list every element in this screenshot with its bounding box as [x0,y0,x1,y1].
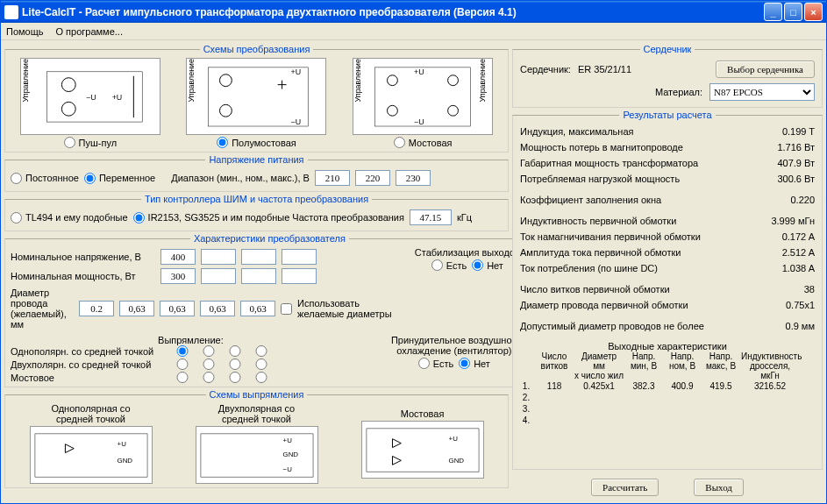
controller-group: Тип контроллера ШИМ и частота преобразов… [4,194,509,231]
svg-point-3 [61,102,75,116]
dc-radio-label[interactable]: Постоянное [11,173,79,184]
stab-no-radio[interactable] [472,259,483,271]
pushpull-radio[interactable] [64,137,75,148]
exit-button[interactable]: Выход [694,479,744,496]
nomv-label: Номинальное напряжение, В [11,252,155,262]
menu-help[interactable]: Помощь [6,26,44,37]
result-value: 0.9 мм [786,321,815,331]
result-label: Ток намагничивания первичной обмотки [520,231,701,242]
out-row: 4. [518,415,816,426]
stab-yes-radio[interactable] [431,259,443,271]
nomp-1[interactable] [160,268,196,284]
core-label: Сердечник: [520,64,571,75]
pushpull-radio-label[interactable]: Пуш-пул [64,137,118,148]
rect-br-1[interactable] [170,372,195,383]
dc-radio[interactable] [11,173,22,184]
diam-3[interactable] [160,301,195,316]
calculate-button[interactable]: Рассчитать [591,479,659,496]
ir2153-radio-label[interactable]: IR2153, SG3525 и им подобные Частота пре… [133,212,404,224]
rect-bi-4[interactable] [249,358,274,370]
result-row: Коэффициент заполнения окна0.220 [518,192,816,208]
halfbridge-radio[interactable] [217,137,228,148]
usediam-checkbox[interactable] [281,303,292,315]
nomv-2[interactable] [201,249,236,265]
svg-text:Управление: Управление [353,59,362,102]
fullbridge-radio[interactable] [394,137,405,148]
nomv-1[interactable] [160,249,196,265]
menu-about[interactable]: О программе... [56,26,123,37]
svg-text:+U: +U [111,93,122,102]
minimize-button[interactable]: _ [764,3,782,21]
vnom-input[interactable] [355,170,390,186]
svg-point-18 [388,75,398,86]
core-group: Сердечник Сердечник: ER 35/21/11 Выбор с… [512,44,823,108]
svg-rect-32 [366,429,478,472]
material-select[interactable]: N87 EPCOS [709,83,815,101]
result-row: Габаритная мощность трансформатора407.9 … [518,155,816,171]
rect-uni-2[interactable] [196,345,221,357]
result-row: Амплитуда тока первичной обмотки2.512 A [518,245,816,260]
rect-uni-4[interactable] [249,345,274,357]
rect-br-4[interactable] [249,372,274,383]
core-value: ER 35/21/11 [578,64,709,75]
result-label: Потребляемая нагрузкой мощность [520,174,680,184]
rect-bi-3[interactable] [223,358,247,370]
result-value: 38 [804,284,815,295]
maximize-button[interactable]: □ [784,3,802,21]
fullbridge-radio-label[interactable]: Мостовая [394,137,453,148]
pushpull-schematic: Управление−U+U [20,58,160,135]
diam-1[interactable] [79,301,114,316]
halfbridge-radio-label[interactable]: Полумостовая [217,137,296,148]
cool-no-radio[interactable] [459,358,470,369]
diam-5[interactable] [240,301,275,316]
controller-legend: Тип контроллера ШИМ и частота преобразов… [141,194,372,204]
rect-bi-2[interactable] [196,358,221,370]
cool-yes-radio[interactable] [418,358,430,369]
close-button[interactable]: × [804,3,823,21]
rect-label: Выпрямление: [11,335,371,345]
ac-radio-label[interactable]: Переменное [84,173,155,184]
nomv-4[interactable] [282,249,317,265]
rect-br-2[interactable] [196,372,221,383]
nomp-2[interactable] [201,268,236,284]
result-label: Число витков первичной обмотки [520,284,670,295]
nomv-3[interactable] [241,249,276,265]
tl494-radio-label[interactable]: TL494 и ему подобные [11,212,128,224]
nomp-label: Номинальная мощность, Вт [11,271,155,281]
rect-br-3[interactable] [223,372,247,383]
rect-uni-3[interactable] [223,345,247,357]
ac-radio[interactable] [84,173,96,184]
rect-uni-1[interactable] [170,345,195,357]
vmin-input[interactable] [315,170,350,186]
result-value: 0.75x1 [786,300,815,310]
core-select-button[interactable]: Выбор сердечника [716,60,815,78]
rect-bi-1[interactable] [170,358,195,370]
result-label: Допустимый диаметр проводов не более [520,321,704,331]
rect-bridge-schematic: +UGND [361,421,484,479]
result-value: 3.999 мГн [771,216,815,226]
result-value: 0.199 T [782,126,815,137]
svg-marker-35 [392,439,401,448]
nomp-3[interactable] [241,268,276,284]
vmax-input[interactable] [396,170,431,186]
ir2153-radio[interactable] [133,212,145,224]
svg-text:GND: GND [282,451,298,458]
voltage-group: Напряжение питания Постоянное Переменное… [4,154,509,192]
svg-text:−U: −U [86,93,96,102]
svg-text:Управление: Управление [478,59,487,102]
out-col-header: Индуктивность дросселя, мкГн [741,351,799,380]
diam-2[interactable] [119,301,154,316]
freq-input[interactable] [410,209,452,225]
out-col-header: Диаметр мм x число жил [574,351,624,380]
rect-bi-label: Двухполярная со средней точкой [218,403,295,424]
core-legend: Сердечник [640,44,695,54]
svg-point-19 [388,105,398,116]
svg-point-21 [448,105,459,116]
menubar: Помощь О программе... [1,23,826,40]
result-row: Диаметр провода первичной обмотки0.75x1 [518,297,816,313]
diam-4[interactable] [200,301,235,316]
unipolar-label: Однополярн. со средней точкой [11,346,168,357]
tl494-radio[interactable] [11,212,22,224]
nomp-4[interactable] [282,268,317,284]
voltage-legend: Напряжение питания [205,154,307,165]
